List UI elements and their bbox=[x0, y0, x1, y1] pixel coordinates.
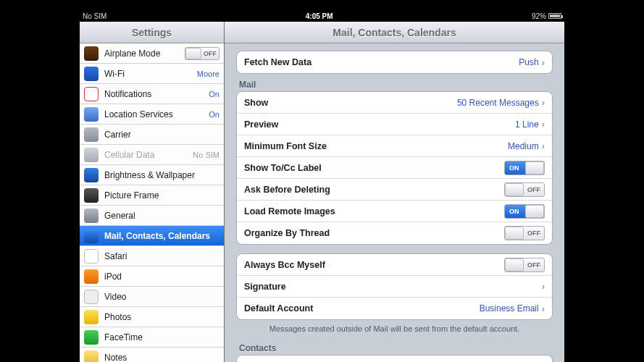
settings-table: Always Bcc MyselfOFFSignature›Default Ac… bbox=[236, 253, 553, 320]
settings-row[interactable]: Ask Before DeletingOFF bbox=[237, 179, 552, 201]
toggle-switch[interactable]: OFF bbox=[504, 182, 545, 197]
sidebar-item-label: General bbox=[104, 211, 219, 221]
settings-row[interactable]: Show To/Cc LabelON bbox=[237, 157, 552, 179]
group-footer-note: Messages created outside of Mail will be… bbox=[236, 320, 553, 337]
sidebar-item-label: Video bbox=[104, 292, 219, 302]
photos-icon bbox=[84, 310, 99, 324]
toggle-off-label: OFF bbox=[527, 230, 540, 237]
group-header: Mail bbox=[236, 74, 553, 91]
status-battery-percent: 92% bbox=[532, 12, 546, 20]
sidebar-item-label: iPod bbox=[104, 272, 219, 282]
sidebar-item-photos[interactable]: Photos bbox=[80, 307, 224, 327]
status-time: 4:05 PM bbox=[106, 12, 532, 20]
sidebar: Settings Airplane ModeOFFWi-FiMooreNotif… bbox=[80, 22, 225, 362]
sidebar-item-wifi[interactable]: Wi-FiMoore bbox=[80, 64, 224, 84]
row-title: Fetch New Data bbox=[244, 57, 519, 67]
sidebar-item-ft[interactable]: FaceTime bbox=[80, 327, 224, 348]
settings-table: Show50 Recent Messages›Preview1 Line›Min… bbox=[236, 91, 553, 245]
toggle-switch[interactable]: ON bbox=[504, 161, 545, 175]
chevron-right-icon: › bbox=[542, 57, 545, 68]
loc-icon bbox=[84, 107, 99, 122]
sidebar-item-mail[interactable]: Mail, Contacts, Calendars bbox=[80, 226, 224, 246]
bright-icon bbox=[84, 168, 99, 182]
chevron-right-icon: › bbox=[542, 281, 545, 292]
settings-row[interactable]: Minimum Font SizeMedium› bbox=[237, 135, 552, 157]
sidebar-item-label: Mail, Contacts, Calendars bbox=[104, 231, 219, 241]
sidebar-item-safari[interactable]: Safari bbox=[80, 246, 224, 266]
sidebar-item-label: FaceTime bbox=[104, 332, 219, 342]
toggle-off-label: OFF bbox=[527, 186, 540, 193]
settings-row[interactable]: Fetch New DataPush› bbox=[237, 51, 552, 73]
sidebar-item-label: Brightness & Wallpaper bbox=[104, 170, 219, 180]
chevron-right-icon: › bbox=[542, 97, 545, 108]
sidebar-item-carrier[interactable]: Carrier bbox=[80, 125, 224, 145]
settings-table: Fetch New DataPush› bbox=[236, 51, 553, 74]
row-value: 50 Recent Messages bbox=[457, 98, 539, 108]
sidebar-item-ipod[interactable]: iPod bbox=[80, 266, 224, 287]
sidebar-item-label: Cellular Data bbox=[104, 150, 193, 160]
row-title: Signature bbox=[244, 282, 542, 292]
status-bar: No SIM 4:05 PM 92% bbox=[80, 10, 564, 22]
settings-row[interactable]: Show50 Recent Messages› bbox=[237, 92, 552, 114]
sidebar-item-cell[interactable]: Cellular DataNo SIM bbox=[80, 145, 224, 165]
sidebar-item-label: Wi-Fi bbox=[104, 69, 197, 79]
sidebar-item-value: Moore bbox=[197, 70, 219, 78]
sidebar-item-gen[interactable]: General bbox=[80, 206, 224, 226]
video-icon bbox=[84, 290, 99, 304]
settings-row[interactable]: Organize By ThreadOFF bbox=[237, 222, 552, 244]
row-title: Ask Before Deleting bbox=[244, 185, 504, 195]
toggle-switch[interactable]: OFF bbox=[504, 226, 545, 240]
sidebar-item-label: Location Services bbox=[104, 109, 209, 119]
sidebar-item-label: Safari bbox=[104, 251, 219, 261]
gen-icon bbox=[84, 209, 99, 223]
battery-icon bbox=[548, 13, 561, 19]
sidebar-item-label: Carrier bbox=[104, 130, 219, 140]
airplane-mode-toggle[interactable]: OFF bbox=[185, 47, 219, 60]
detail-scroll[interactable]: Fetch New DataPush›MailShow50 Recent Mes… bbox=[225, 43, 564, 362]
detail-pane: Mail, Contacts, Calendars Fetch New Data… bbox=[225, 22, 564, 362]
chevron-right-icon: › bbox=[542, 119, 545, 130]
sidebar-item-notif[interactable]: NotificationsOn bbox=[80, 84, 224, 104]
cell-icon bbox=[84, 148, 99, 162]
safari-icon bbox=[84, 249, 99, 264]
row-value: Business Email bbox=[480, 303, 539, 313]
row-title: Show bbox=[244, 98, 457, 108]
sidebar-item-label: Notifications bbox=[104, 89, 209, 99]
sidebar-title: Settings bbox=[80, 22, 224, 43]
sidebar-item-pict[interactable]: Picture Frame bbox=[80, 185, 224, 206]
airplane-icon bbox=[84, 46, 99, 61]
sidebar-item-video[interactable]: Video bbox=[80, 287, 224, 307]
settings-table: Sort OrderLast, First›Display OrderFirst… bbox=[236, 355, 553, 362]
sidebar-item-label: Photos bbox=[104, 312, 219, 322]
settings-row[interactable]: Always Bcc MyselfOFF bbox=[237, 254, 552, 276]
mail-icon bbox=[84, 229, 99, 243]
group-header: Contacts bbox=[236, 337, 553, 355]
toggle-on-label: ON bbox=[509, 208, 519, 215]
sidebar-item-loc[interactable]: Location ServicesOn bbox=[80, 104, 224, 125]
row-title: Preview bbox=[244, 119, 515, 130]
sidebar-item-label: Picture Frame bbox=[104, 190, 219, 201]
sidebar-item-value: On bbox=[209, 90, 219, 98]
settings-row[interactable]: Sort OrderLast, First› bbox=[237, 355, 552, 362]
row-title: Organize By Thread bbox=[244, 228, 504, 238]
sidebar-item-bright[interactable]: Brightness & Wallpaper bbox=[80, 165, 224, 185]
sidebar-item-notes[interactable]: Notes bbox=[80, 348, 224, 362]
row-title: Default Account bbox=[244, 303, 480, 313]
ft-icon bbox=[84, 330, 99, 345]
row-title: Load Remote Images bbox=[244, 206, 504, 216]
settings-row[interactable]: Signature› bbox=[237, 276, 552, 298]
toggle-switch[interactable]: OFF bbox=[504, 258, 545, 272]
notif-icon bbox=[84, 87, 99, 101]
pict-icon bbox=[84, 188, 99, 203]
ipod-icon bbox=[84, 269, 99, 284]
toggle-switch[interactable]: ON bbox=[504, 204, 545, 219]
chevron-right-icon: › bbox=[542, 303, 545, 314]
notes-icon bbox=[84, 350, 99, 363]
sidebar-item-airplane[interactable]: Airplane ModeOFF bbox=[80, 43, 224, 64]
settings-row[interactable]: Load Remote ImagesON bbox=[237, 201, 552, 222]
carrier-icon bbox=[84, 127, 99, 142]
row-title: Minimum Font Size bbox=[244, 141, 508, 151]
settings-row[interactable]: Default AccountBusiness Email› bbox=[237, 298, 552, 319]
settings-row[interactable]: Preview1 Line› bbox=[237, 114, 552, 135]
status-carrier: No SIM bbox=[83, 12, 106, 20]
